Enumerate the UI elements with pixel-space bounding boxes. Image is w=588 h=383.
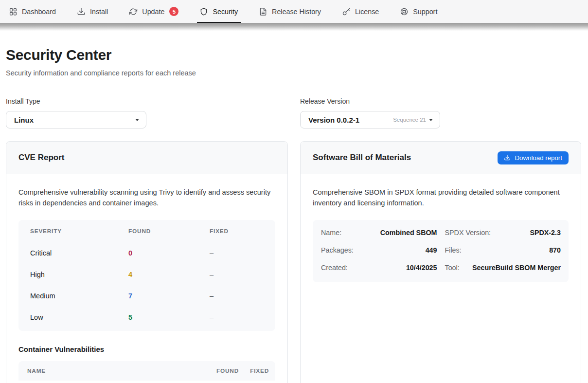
nav-label-release-history: Release History — [272, 8, 321, 16]
table-row: Packages: 449 Files: 870 — [321, 241, 561, 259]
field-label: Name: — [321, 229, 341, 237]
found-count: 4 — [128, 271, 210, 278]
release-sequence: Sequence 21 — [393, 117, 433, 123]
page-subtitle: Security information and compliance repo… — [6, 68, 581, 78]
sbom-name-pair: Name: Combined SBOM — [321, 229, 437, 237]
main-content: Security Center Security information and… — [0, 47, 588, 383]
container-vulnerabilities-title: Container Vulnerabilities — [18, 345, 275, 353]
top-navigation: Dashboard Install Update 5 Security Rele… — [0, 0, 588, 23]
severity-label: Critical — [30, 249, 128, 257]
col-header-found: FOUND — [204, 367, 239, 374]
table-row-low: Low 5 – — [18, 307, 275, 328]
severity-label: Medium — [30, 292, 128, 300]
nav-item-update[interactable]: Update 5 — [129, 0, 178, 23]
cve-report-card: CVE Report Comprehensive vulnerability s… — [6, 141, 288, 383]
install-type-value: Linux — [14, 116, 34, 124]
refresh-icon — [129, 7, 138, 16]
key-icon — [342, 7, 351, 16]
chevron-down-icon — [429, 119, 433, 121]
field-label: Created: — [321, 264, 348, 272]
fixed-count: – — [210, 271, 264, 278]
severity-table: SEVERITY FOUND FIXED Critical 0 – High 4… — [18, 220, 275, 331]
sbom-tool-pair: Tool: SecureBuild SBOM Merger — [445, 264, 561, 272]
fixed-count: – — [210, 249, 264, 257]
nav-item-install[interactable]: Install — [77, 0, 108, 23]
page-title: Security Center — [6, 47, 581, 63]
cve-card-header: CVE Report — [6, 142, 287, 174]
field-label: SPDX Version: — [445, 229, 491, 237]
download-report-label: Download report — [515, 154, 562, 162]
col-header-severity: SEVERITY — [30, 228, 128, 235]
fixed-count: – — [210, 292, 264, 300]
filters-row: Install Type Linux Release Version Versi… — [6, 97, 581, 128]
install-type-label: Install Type — [6, 97, 288, 106]
severity-label: High — [30, 271, 128, 278]
sbom-card-title: Software Bill of Materials — [313, 153, 411, 163]
chevron-down-icon — [135, 119, 139, 121]
field-label: Packages: — [321, 246, 354, 254]
sbom-created-pair: Created: 10/4/2025 — [321, 264, 437, 272]
nav-shadow-divider — [0, 23, 588, 31]
sbom-files-pair: Files: 870 — [445, 246, 561, 254]
cve-description: Comprehensive vulnerability scanning usi… — [18, 187, 275, 208]
table-row-high: High 4 – — [18, 264, 275, 285]
dashboard-grid-icon — [9, 7, 18, 16]
field-value: 449 — [426, 246, 437, 254]
field-value: SecureBuild SBOM Merger — [472, 264, 561, 272]
found-count: 7 — [128, 292, 210, 300]
nav-item-security[interactable]: Security — [199, 0, 238, 23]
sbom-spdx-pair: SPDX Version: SPDX-2.3 — [445, 229, 561, 237]
download-icon — [77, 7, 86, 16]
table-row-critical: Critical 0 – — [18, 242, 275, 264]
install-type-filter: Install Type Linux — [6, 97, 288, 128]
field-label: Tool: — [445, 264, 460, 272]
install-type-select[interactable]: Linux — [6, 111, 146, 128]
download-report-button[interactable]: Download report — [498, 151, 569, 164]
nav-label-license: License — [355, 8, 379, 16]
nav-label-update: Update — [142, 8, 164, 16]
nav-label-support: Support — [413, 8, 437, 16]
cve-card-title: CVE Report — [18, 153, 64, 163]
field-value: SPDX-2.3 — [530, 229, 561, 237]
col-header-fixed: FIXED — [210, 228, 264, 235]
col-header-name: NAME — [27, 367, 204, 374]
shield-icon — [199, 7, 208, 16]
release-version-select[interactable]: Version 0.0.2-1 Sequence 21 — [300, 111, 440, 128]
nav-item-dashboard[interactable]: Dashboard — [9, 0, 56, 23]
field-value: 870 — [549, 246, 561, 254]
release-sequence-label: Sequence 21 — [393, 117, 426, 123]
table-row-medium: Medium 7 – — [18, 285, 275, 307]
release-version-label: Release Version — [300, 97, 581, 106]
life-buoy-icon — [400, 7, 409, 16]
nav-label-security: Security — [213, 8, 238, 16]
nav-label-install: Install — [90, 8, 108, 16]
sbom-card-header: Software Bill of Materials Download repo… — [301, 142, 581, 174]
sbom-info-table: Name: Combined SBOM SPDX Version: SPDX-2… — [313, 220, 569, 282]
update-count-badge: 5 — [169, 7, 178, 16]
cve-card-body: Comprehensive vulnerability scanning usi… — [6, 174, 287, 381]
sbom-card-body: Comprehensive SBOM in SPDX format provid… — [301, 174, 581, 282]
field-value: 10/4/2025 — [406, 264, 437, 272]
sbom-description: Comprehensive SBOM in SPDX format provid… — [313, 187, 569, 208]
nav-label-dashboard: Dashboard — [22, 8, 56, 16]
release-version-filter: Release Version Version 0.0.2-1 Sequence… — [300, 97, 581, 128]
table-row: Name: Combined SBOM SPDX Version: SPDX-2… — [321, 224, 561, 241]
download-icon — [504, 154, 511, 161]
container-vulnerabilities-header: NAME FOUND FIXED — [18, 361, 275, 381]
file-text-icon — [259, 7, 267, 16]
fixed-count: – — [210, 313, 264, 321]
field-value: Combined SBOM — [380, 229, 437, 237]
nav-item-license[interactable]: License — [342, 0, 379, 23]
col-header-found: FOUND — [128, 228, 210, 235]
sbom-card: Software Bill of Materials Download repo… — [300, 141, 581, 383]
col-header-fixed: FIXED — [239, 367, 269, 374]
table-row: Created: 10/4/2025 Tool: SecureBuild SBO… — [321, 259, 561, 276]
severity-table-header: SEVERITY FOUND FIXED — [18, 220, 275, 242]
found-count: 5 — [128, 313, 210, 321]
severity-label: Low — [30, 313, 128, 321]
sbom-packages-pair: Packages: 449 — [321, 246, 437, 254]
found-count: 0 — [128, 249, 210, 257]
nav-item-support[interactable]: Support — [400, 0, 437, 23]
field-label: Files: — [445, 246, 462, 254]
nav-item-release-history[interactable]: Release History — [259, 0, 321, 23]
